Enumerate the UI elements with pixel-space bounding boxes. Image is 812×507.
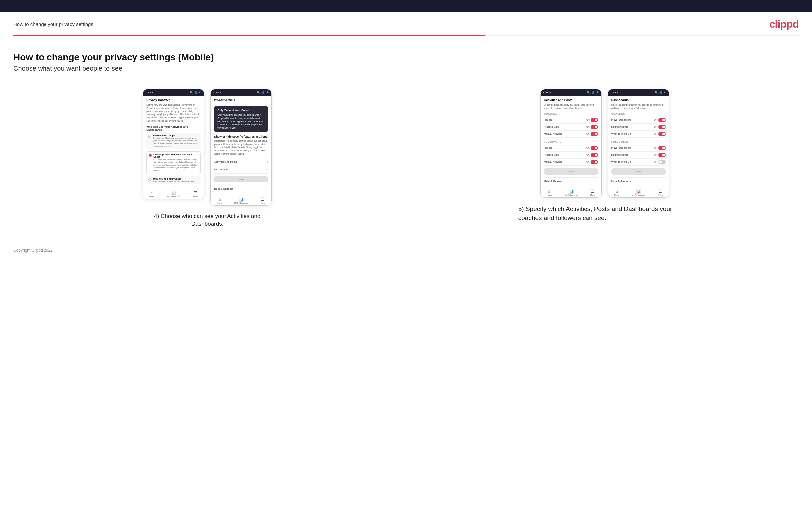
coaches-label-4: COACHES [611, 112, 666, 115]
drills-followers-pill[interactable] [591, 153, 598, 157]
phone-screen-2: < Back 🔍 👤 ⚙ Privacy Controls Only You a [210, 89, 272, 206]
settings-icon-4[interactable]: ⚙ [664, 91, 666, 94]
drills-coach-pill[interactable] [591, 125, 598, 129]
toggle-work-on-followers[interactable]: What To Work On ON [611, 159, 666, 166]
round-insights-coach-on: ON [654, 126, 657, 128]
search-icon[interactable]: 🔍 [190, 91, 193, 94]
toggle-player-dash-followers[interactable]: Player Dashboard ON [611, 145, 666, 152]
toggle-round-insights-followers[interactable]: Round Insights ON [611, 152, 666, 159]
nav-perf-4[interactable]: 📊 My Performance [632, 189, 645, 196]
toggle-manual-coach[interactable]: Manual Activities ON [544, 131, 598, 138]
caption-5: 5) Specify which Activities, Posts and D… [518, 205, 691, 223]
round-insights-coach-switch[interactable]: ON [654, 125, 666, 129]
main-content: How to change your privacy settings (Mob… [0, 36, 812, 272]
nav-home-3[interactable]: ⌂ Home [547, 189, 552, 196]
arrow-icon-dashboards: › [267, 168, 268, 171]
rounds-followers-pill[interactable] [591, 146, 598, 150]
player-dash-coach-pill[interactable] [658, 118, 666, 122]
toggle-rounds-followers[interactable]: Rounds ON [544, 145, 598, 152]
dashboards-row[interactable]: Dashboards › [214, 166, 268, 174]
manual-followers-pill[interactable] [591, 160, 598, 164]
option-everyone[interactable]: Everyone on Clippd Everyone on Clippd ca… [146, 133, 201, 150]
home-icon-2: ⌂ [218, 197, 220, 202]
caption-4: 4) Choose who can see your Activities an… [151, 212, 264, 228]
settings-icon-2[interactable]: ⚙ [266, 91, 269, 94]
page-subheading: Choose what you want people to see [13, 65, 799, 72]
option-you-text: Only You and Your Coach Only you and the… [153, 177, 194, 182]
settings-icon[interactable]: ⚙ [199, 91, 201, 94]
nav-home-1[interactable]: ⌂ Home [149, 191, 154, 198]
nav-menu-3[interactable]: ☰ Menu [591, 189, 595, 196]
manual-coach-on-text: ON [587, 133, 590, 135]
person-icon[interactable]: 👤 [194, 91, 197, 94]
rounds-coach-pill[interactable] [591, 118, 598, 122]
rounds-coach-switch[interactable]: ON [587, 118, 598, 122]
toggle-drills-coach[interactable]: Practice Drills ON [544, 124, 598, 131]
perf-label-4: My Performance [632, 194, 645, 196]
nav-home-2[interactable]: ⌂ Home [217, 197, 222, 204]
back-btn-1[interactable]: < Back [146, 91, 153, 94]
round-insights-followers-switch[interactable]: ON [654, 153, 666, 157]
tab-privacy[interactable]: Privacy Controls [214, 98, 235, 103]
toggle-rounds-coach[interactable]: Rounds ON [544, 117, 598, 124]
player-dash-followers-pill[interactable] [658, 146, 666, 150]
drills-coach-switch[interactable]: ON [587, 125, 598, 129]
nav-perf-2[interactable]: 📊 My Performance [235, 197, 248, 204]
screens-pair-3-4: < Back 🔍 👤 ⚙ Activities and Posts Select… [540, 89, 669, 198]
toggle-work-on-coach[interactable]: What To Work On ON [611, 131, 666, 138]
round-insights-followers-pill[interactable] [658, 153, 666, 157]
toggle-manual-followers[interactable]: Manual Activities ON [544, 159, 598, 166]
manual-coach-pill[interactable] [591, 132, 598, 136]
player-dash-coach-switch[interactable]: ON [654, 118, 666, 122]
round-insights-coach-pill[interactable] [658, 125, 666, 129]
tooltip-desc: Only you and the coaches you connect wit… [217, 113, 265, 130]
back-btn-4[interactable]: < Back [611, 91, 618, 94]
help-support-2: Help & Support [214, 185, 268, 192]
bottom-nav-3: ⌂ Home 📊 My Performance ☰ Menu [541, 187, 601, 198]
tooltip-bubble: Only You and Your Coach Only you and the… [214, 106, 268, 132]
back-btn-2[interactable]: < Back [213, 91, 221, 94]
drills-coach-label: Practice Drills [544, 125, 559, 128]
person-icon-2[interactable]: 👤 [262, 91, 265, 94]
search-icon-4[interactable]: 🔍 [655, 91, 658, 94]
manual-followers-label: Manual Activities [544, 160, 563, 163]
tab-bar-2: Privacy Controls [214, 98, 268, 103]
search-icon-3[interactable]: 🔍 [587, 91, 590, 94]
nav-menu-2[interactable]: ☰ Menu [260, 197, 265, 204]
activities-posts-row[interactable]: Activities and Posts › [214, 158, 268, 166]
nav-perf-1[interactable]: 📊 My Performance [167, 191, 180, 198]
search-icon-2[interactable]: 🔍 [257, 91, 260, 94]
work-on-coach-pill[interactable] [658, 132, 666, 136]
save-btn-2[interactable]: Save [214, 176, 268, 182]
work-on-followers-pill[interactable] [658, 160, 666, 164]
manual-coach-switch[interactable]: ON [587, 132, 598, 136]
person-icon-3[interactable]: 👤 [592, 91, 595, 94]
settings-icon-3[interactable]: ⚙ [597, 91, 599, 94]
drills-followers-label: Practice Drills [544, 153, 559, 156]
player-dash-followers-switch[interactable]: ON [654, 146, 666, 150]
option-followers-desc: Only approved followers and coaches you … [153, 158, 198, 172]
toggle-player-dash-coach[interactable]: Player Dashboard ON [611, 117, 666, 124]
phone-screen-1: < Back 🔍 👤 ⚙ Privacy Controls Control ho… [143, 89, 204, 200]
bottom-nav-1: ⌂ Home 📊 My Performance ☰ Menu [143, 189, 204, 199]
nav-perf-3[interactable]: 📊 My Performance [565, 189, 578, 196]
person-icon-4[interactable]: 👤 [659, 91, 662, 94]
nav-home-4[interactable]: ⌂ Home [614, 189, 619, 196]
nav-menu-1[interactable]: ☰ Menu [193, 191, 198, 198]
drills-followers-switch[interactable]: ON [587, 153, 598, 157]
back-btn-3[interactable]: < Back [543, 91, 551, 94]
save-btn-4[interactable]: Save [611, 168, 666, 174]
save-btn-3[interactable]: Save [544, 168, 598, 174]
manual-followers-switch[interactable]: ON [587, 160, 598, 164]
work-on-coach-switch[interactable]: ON [654, 132, 666, 136]
toggle-round-insights-coach[interactable]: Round Insights ON [611, 124, 666, 131]
work-on-followers-switch[interactable]: ON [654, 160, 666, 164]
menu-label-4: Menu [658, 194, 663, 196]
option-followers-title: Only Approved Followers and Your Coach [153, 153, 198, 158]
option-followers-coach[interactable]: Only Approved Followers and Your Coach O… [146, 151, 201, 174]
drills-followers-on: ON [587, 154, 590, 156]
toggle-drills-followers[interactable]: Practice Drills ON [544, 152, 598, 159]
option-you-coach[interactable]: Only You and Your Coach Only you and the… [146, 176, 201, 184]
rounds-followers-switch[interactable]: ON [587, 146, 598, 150]
nav-menu-4[interactable]: ☰ Menu [658, 189, 663, 196]
